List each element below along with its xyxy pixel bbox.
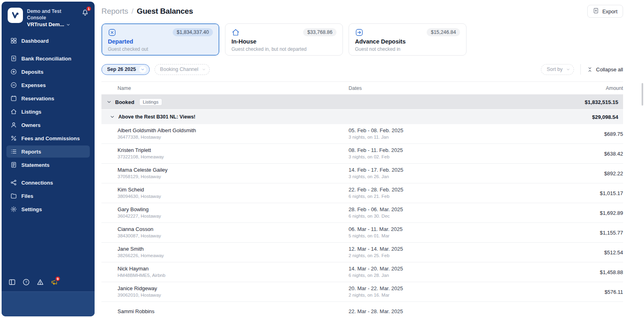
sidebar-item-fees-and-commissions[interactable]: Fees and Commissions — [6, 132, 90, 144]
guest-row[interactable]: Gary Bowling 36042227, Hostaway 28. Feb … — [101, 203, 623, 223]
breadcrumb-separator: / — [132, 7, 134, 16]
sidebar-item-files[interactable]: Files — [6, 190, 90, 202]
guest-amount: $1,015.17 — [600, 190, 623, 196]
account-switcher[interactable]: VRTrust Dem... — [27, 21, 76, 28]
guest-reference: 37322108, Homeaway — [118, 154, 349, 160]
group-row-booked[interactable]: Booked Listings $1,832,515.15 — [101, 95, 623, 109]
guest-row[interactable]: Janice Ridgeway 39062010, Hostaway 20. M… — [101, 282, 623, 302]
alerts-icon[interactable] — [37, 279, 44, 286]
announcements-icon[interactable]: 9 — [51, 279, 58, 286]
card-departed[interactable]: $1,834,337.40 Departed Guest checked out — [101, 23, 219, 56]
guest-name: Nick Hayman — [118, 266, 349, 272]
guest-nights: 2 nights, on 25. Feb — [349, 253, 604, 259]
sidebar-item-listings[interactable]: Listings — [6, 106, 90, 118]
chevron-down-icon[interactable] — [106, 99, 112, 105]
sidebar-item-reports[interactable]: Reports — [6, 145, 90, 158]
scrollbar-thumb[interactable] — [642, 83, 643, 106]
guest-reference: 38430087, Hostaway — [118, 233, 349, 239]
guest-row[interactable]: Jane Smith 38266226, Homeaway 12. Mar - … — [101, 243, 623, 262]
percent-icon — [10, 135, 17, 141]
group-amount: $1,832,515.15 — [585, 99, 618, 105]
app-logo[interactable] — [8, 8, 23, 23]
folder-icon — [10, 193, 17, 199]
guest-amount: $512.54 — [604, 249, 623, 256]
sidebar-item-reservations[interactable]: Reservations — [6, 92, 90, 104]
statement-icon — [10, 162, 17, 168]
chevron-down-icon — [139, 66, 146, 73]
sidebar-item-label: Settings — [21, 206, 42, 212]
app-name: Demo and Test Console — [27, 8, 76, 21]
connections-icon — [10, 179, 17, 186]
guest-nights: 5 nights, on 01. Mar — [349, 233, 600, 239]
guest-dates: 08. Feb - 11. Feb. 2025 — [349, 147, 604, 154]
date-filter[interactable]: Sep 26 2025 — [101, 64, 150, 75]
group-label: Booked — [115, 99, 134, 105]
guest-dates: 22. Feb - 28. Feb. 2025 — [349, 187, 600, 193]
card-amount-badge: $15,246.84 — [427, 28, 460, 36]
listing-row[interactable]: Above the Rest B301 NL: Views! $29,098.5… — [101, 110, 623, 124]
sidebar-item-label: Fees and Commissions — [21, 135, 80, 141]
guest-row[interactable]: Albert Goldsmith Albert Goldsmith 364773… — [101, 124, 623, 144]
sidebar-item-statements[interactable]: Statements — [6, 159, 90, 171]
guest-reference: 38266226, Homeaway — [118, 253, 349, 259]
sidebar-item-label: Deposits — [21, 69, 43, 75]
guest-row[interactable]: Kim Scheid 38094630, Hostaway 22. Feb - … — [101, 183, 623, 203]
sidebar-nav: Dashboard$Bank ReconciliationDepositsExp… — [2, 31, 95, 221]
booking-channel-filter[interactable]: Booking Channel — [155, 64, 210, 75]
card-in-house[interactable]: $33,768.86 In-House Guest checked in, bu… — [225, 23, 343, 56]
collapse-icon — [587, 67, 592, 72]
sidebar-item-label: Reservations — [21, 96, 54, 102]
guest-dates: 12. Mar - 14. Mar. 2025 — [349, 246, 604, 252]
sidebar-item-label: Dashboard — [21, 38, 49, 44]
guest-dates: 28. Feb - 06. Mar. 2025 — [349, 206, 600, 213]
guest-name: Sammi Robbins — [118, 308, 349, 315]
card-advance-deposits[interactable]: $15,246.84 Advance Deposits Guest not ch… — [349, 23, 466, 56]
sidebar-item-label: Owners — [21, 122, 41, 128]
sidebar-item-settings[interactable]: Settings — [6, 203, 90, 215]
account-name: VRTrust Dem... — [27, 21, 64, 28]
guest-row[interactable]: Kristen Triplett 37322108, Homeaway 08. … — [101, 144, 623, 164]
sidebar-item-label: Files — [21, 193, 33, 199]
announcements-badge: 9 — [55, 276, 61, 282]
card-title: In-House — [231, 38, 336, 45]
guest-reference: 38094630, Hostaway — [118, 193, 349, 200]
card-subtitle: Guest not checked in — [355, 46, 460, 52]
column-dates[interactable]: Dates — [349, 85, 606, 91]
column-name[interactable]: Name — [118, 85, 349, 91]
chevron-down-icon — [566, 67, 570, 72]
person-icon — [10, 122, 17, 128]
guest-dates: 06. Mar - 11. Mar. 2025 — [349, 226, 600, 233]
export-button[interactable]: Export — [587, 5, 623, 18]
sidebar-item-bank-reconciliation[interactable]: $Bank Reconciliation — [6, 52, 90, 64]
help-icon[interactable]: ? — [23, 279, 30, 286]
guest-row[interactable]: Mama Celeste Gailey 37058129, Hostaway 1… — [101, 164, 623, 183]
guest-reference: 36042227, Hostaway — [118, 213, 349, 219]
page-title: Guest Balances — [137, 7, 193, 16]
collapse-sidebar-icon[interactable] — [8, 279, 16, 286]
svg-text:$: $ — [13, 56, 15, 60]
guest-name: Kim Scheid — [118, 187, 349, 193]
column-amount[interactable]: Amount — [606, 85, 623, 91]
sidebar-item-deposits[interactable]: Deposits — [6, 66, 90, 78]
breadcrumb-reports[interactable]: Reports — [101, 7, 128, 16]
guest-dates: 14. Feb - 17. Feb. 2025 — [349, 167, 604, 173]
listing-name: Above the Rest B301 NL: Views! — [118, 114, 196, 120]
guest-row[interactable]: Nick Hayman HM48BMHME5, Airbnb 14. Mar -… — [101, 262, 623, 282]
collapse-all-button[interactable]: Collapse all — [587, 67, 623, 73]
guest-row[interactable]: Cianna Cosson 38430087, Hostaway 06. Mar… — [101, 223, 623, 243]
card-title: Advance Deposits — [355, 38, 460, 45]
card-amount-badge: $33,768.86 — [303, 28, 336, 36]
sidebar-item-label: Reports — [21, 149, 41, 155]
chevron-down-icon[interactable] — [109, 114, 115, 120]
guest-row[interactable]: Sammi Robbins 22. Mar - 28. Mar. 2025 — [101, 302, 623, 318]
guest-amount: $1,692.89 — [600, 210, 623, 216]
sort-by-dropdown[interactable]: Sort by — [541, 64, 574, 75]
guest-nights: 6 nights, on 28. Jan — [349, 272, 600, 279]
sidebar-item-connections[interactable]: Connections — [6, 177, 90, 189]
sidebar-item-dashboard[interactable]: Dashboard — [6, 35, 90, 47]
sidebar-item-expenses[interactable]: Expenses — [6, 79, 90, 91]
divider — [580, 64, 581, 75]
notifications-bell-icon[interactable]: 1 — [81, 8, 89, 18]
expense-icon — [10, 82, 17, 88]
sidebar-item-owners[interactable]: Owners — [6, 119, 90, 131]
